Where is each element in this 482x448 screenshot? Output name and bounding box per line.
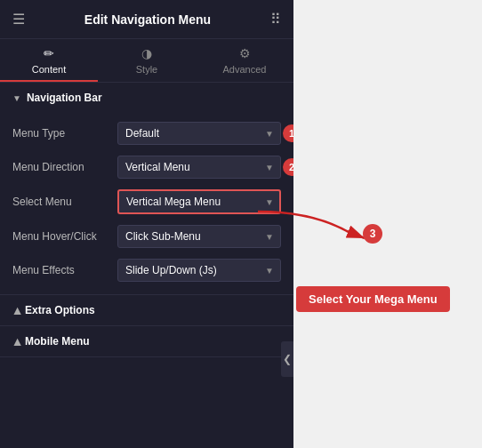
menu-type-label: Menu Type	[12, 127, 110, 140]
style-tab-label: Style	[136, 64, 157, 75]
section-extra-options-label: Extra Options	[25, 304, 95, 316]
right-handle[interactable]: ❮	[281, 341, 293, 377]
section-navigation-bar: ▼ Navigation Bar Menu Type Default Mega …	[0, 83, 293, 295]
advanced-tab-icon: ⚙	[239, 46, 251, 60]
section-navigation-bar-header[interactable]: ▼ Navigation Bar	[0, 83, 293, 113]
menu-effects-label: Menu Effects	[12, 264, 110, 276]
content-tab-icon: ✏	[44, 46, 54, 60]
menu-hover-control: Click Sub-Menu Hover Sub-Menu ▼	[117, 225, 281, 248]
menu-hover-row: Menu Hover/Click Click Sub-Menu Hover Su…	[0, 220, 293, 253]
section-navigation-bar-label: Navigation Bar	[27, 92, 102, 104]
menu-direction-select[interactable]: Horizontal Menu Vertical Menu	[117, 156, 281, 179]
menu-direction-label: Menu Direction	[12, 161, 110, 173]
style-tab-icon: ◑	[141, 46, 152, 60]
select-menu-select[interactable]: Default Menu Vertical Mega Menu Horizont…	[117, 189, 281, 214]
navigation-bar-fields: Menu Type Default Mega Menu Sidebar ▼ 1 …	[0, 113, 293, 294]
tabs-bar: ✏ Content ◑ Style ⚙ Advanced	[0, 39, 293, 83]
menu-direction-control: Horizontal Menu Vertical Menu ▼ 2	[117, 156, 281, 179]
menu-effects-select[interactable]: Slide Up/Down (Js) Fade None	[117, 259, 281, 282]
section-extra-options-header[interactable]: ▶ Extra Options	[0, 295, 293, 325]
select-menu-label: Select Menu	[12, 196, 110, 208]
menu-type-badge: 1	[283, 124, 293, 142]
menu-direction-badge: 2	[283, 158, 293, 176]
section-mobile-menu-header[interactable]: ▶ Mobile Menu	[0, 326, 293, 356]
section-extra-options-arrow: ▶	[12, 307, 21, 314]
tab-style[interactable]: ◑ Style	[98, 39, 196, 82]
section-mobile-menu: ▶ Mobile Menu	[0, 326, 293, 357]
menu-type-control: Default Mega Menu Sidebar ▼ 1	[117, 122, 281, 145]
panel-body: ▼ Navigation Bar Menu Type Default Mega …	[0, 83, 293, 448]
menu-hover-label: Menu Hover/Click	[12, 230, 110, 243]
panel-title: Edit Navigation Menu	[84, 12, 211, 27]
grid-icon[interactable]: ⠿	[270, 11, 281, 28]
menu-effects-row: Menu Effects Slide Up/Down (Js) Fade Non…	[0, 253, 293, 287]
hamburger-icon[interactable]: ☰	[12, 11, 25, 28]
menu-direction-row: Menu Direction Horizontal Menu Vertical …	[0, 150, 293, 184]
menu-type-select[interactable]: Default Mega Menu Sidebar	[117, 122, 281, 145]
content-tab-label: Content	[32, 64, 67, 75]
canvas-area	[293, 0, 482, 448]
advanced-tab-label: Advanced	[223, 64, 267, 75]
section-mobile-menu-arrow: ▶	[12, 338, 21, 345]
section-mobile-menu-label: Mobile Menu	[25, 335, 90, 348]
panel-header: ☰ Edit Navigation Menu ⠿	[0, 0, 293, 39]
select-menu-badge: 3	[363, 224, 382, 244]
select-menu-row: Select Menu Default Menu Vertical Mega M…	[0, 184, 293, 220]
tab-content[interactable]: ✏ Content	[0, 39, 98, 82]
section-extra-options: ▶ Extra Options	[0, 295, 293, 326]
menu-type-row: Menu Type Default Mega Menu Sidebar ▼ 1	[0, 116, 293, 150]
panel: ☰ Edit Navigation Menu ⠿ ✏ Content ◑ Sty…	[0, 0, 293, 448]
section-navigation-bar-arrow: ▼	[12, 93, 21, 103]
tab-advanced[interactable]: ⚙ Advanced	[196, 39, 293, 82]
select-menu-callout: Select Your Mega Menu	[296, 286, 450, 312]
select-menu-control: Default Menu Vertical Mega Menu Horizont…	[117, 189, 281, 214]
menu-effects-control: Slide Up/Down (Js) Fade None ▼	[117, 259, 281, 282]
menu-hover-select[interactable]: Click Sub-Menu Hover Sub-Menu	[117, 225, 281, 248]
